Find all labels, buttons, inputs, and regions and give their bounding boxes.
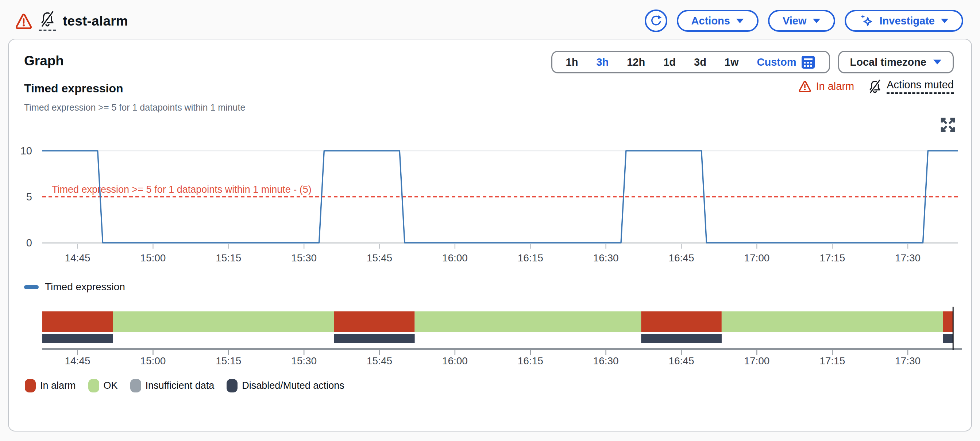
alarm-threshold-label: Timed expression >= 5 for 1 datapoints w…: [52, 184, 312, 195]
page-title: test-alarm: [63, 13, 128, 29]
x-tick-label: 17:30: [895, 355, 921, 366]
chevron-down-icon: [933, 59, 942, 65]
y-tick-label: 10: [21, 145, 32, 157]
chevron-down-icon: [940, 18, 949, 24]
x-tick-label: 15:15: [216, 252, 241, 264]
view-button-label: View: [783, 15, 807, 27]
state-legend-item: In alarm: [25, 379, 76, 392]
time-range-1d[interactable]: 1d: [654, 56, 685, 68]
actions-muted-bell-icon[interactable]: [39, 11, 56, 31]
x-tick-label: 17:00: [744, 355, 770, 366]
investigate-button[interactable]: Investigate: [845, 10, 964, 32]
alarm-state-badges: In alarm Actions muted: [799, 79, 954, 94]
x-tick-label: 16:00: [442, 252, 468, 264]
y-tick-label: 0: [26, 237, 32, 248]
in-alarm-badge: In alarm: [799, 80, 854, 92]
x-tick-label: 17:30: [895, 252, 921, 264]
actions-muted-badge-label: Actions muted: [886, 79, 954, 94]
x-tick-label: 16:45: [668, 252, 694, 264]
x-tick-label: 16:00: [442, 355, 468, 366]
panel-title: Graph: [24, 53, 64, 68]
state-legend-swatch: [88, 379, 99, 392]
graph-panel: Graph 1h3h12h1d3d1wCustom Local timezone…: [8, 39, 972, 431]
x-tick-label: 17:15: [819, 355, 845, 366]
sparkle-icon: [859, 13, 874, 28]
page-header: test-alarm Actions View: [0, 0, 980, 39]
metric-title: Timed expression: [24, 82, 123, 95]
state-segment[interactable]: [113, 311, 334, 332]
series-legend-marker: [24, 285, 39, 289]
state-segment[interactable]: [334, 311, 415, 332]
x-tick-label: 15:30: [291, 355, 317, 366]
time-range-bar: 1h3h12h1d3d1wCustom Local timezone: [551, 51, 954, 73]
muted-actions-segment: [334, 334, 415, 343]
x-tick-label: 15:00: [140, 355, 165, 366]
x-tick-label: 16:30: [593, 355, 619, 366]
x-tick-label: 17:15: [819, 252, 845, 264]
metric-subtitle: Timed expression >= 5 for 1 datapoints w…: [24, 102, 245, 113]
x-tick-label: 15:45: [367, 252, 392, 264]
time-range-3h[interactable]: 3h: [587, 56, 618, 68]
time-range-custom[interactable]: Custom: [748, 55, 824, 69]
time-range-3d[interactable]: 3d: [685, 56, 716, 68]
actions-button[interactable]: Actions: [677, 10, 759, 32]
state-legend-swatch: [227, 379, 237, 392]
expand-chart-icon[interactable]: [940, 117, 956, 133]
state-legend-label: Disabled/Muted actions: [242, 380, 344, 392]
state-legend-item: Insufficient data: [130, 379, 215, 392]
alarm-warning-icon: [15, 13, 32, 29]
state-legend-item: Disabled/Muted actions: [227, 379, 344, 392]
x-tick-label: 14:45: [65, 252, 90, 264]
time-range-1h[interactable]: 1h: [557, 56, 587, 68]
x-tick-label: 15:30: [291, 252, 317, 264]
muted-actions-segment: [42, 334, 113, 343]
header-actions: Actions View Investigate: [645, 10, 963, 32]
in-alarm-badge-label: In alarm: [816, 80, 854, 92]
timeline-axis: [42, 348, 962, 350]
view-button[interactable]: View: [768, 10, 835, 32]
actions-muted-bell-icon: [868, 80, 882, 94]
muted-actions-segment: [943, 334, 953, 343]
actions-button-label: Actions: [691, 15, 730, 27]
time-range-1w[interactable]: 1w: [716, 56, 748, 68]
time-range-12h[interactable]: 12h: [618, 56, 654, 68]
state-segment[interactable]: [722, 311, 943, 332]
alarm-warning-icon: [799, 81, 811, 92]
series-legend-label: Timed expression: [45, 281, 125, 293]
state-legend-label: Insufficient data: [146, 380, 215, 392]
x-tick-label: 15:15: [216, 355, 241, 366]
chevron-down-icon: [736, 18, 744, 24]
series-legend[interactable]: Timed expression: [24, 281, 125, 293]
state-segment[interactable]: [415, 311, 641, 332]
refresh-button[interactable]: [645, 10, 667, 32]
timezone-label: Local timezone: [850, 56, 927, 68]
state-legend-item: OK: [88, 379, 118, 392]
x-tick-label: 14:45: [65, 355, 90, 366]
state-legend-label: OK: [103, 380, 118, 392]
calendar-icon: [801, 55, 815, 69]
state-segment[interactable]: [641, 311, 722, 332]
chevron-down-icon: [813, 18, 821, 24]
state-segment[interactable]: [42, 311, 113, 332]
x-tick-label: 16:45: [668, 355, 694, 366]
metric-line-chart[interactable]: 14:4515:0015:1515:3015:4516:0016:1516:30…: [9, 134, 973, 277]
timezone-dropdown[interactable]: Local timezone: [838, 51, 954, 73]
y-tick-label: 5: [26, 191, 32, 202]
x-tick-label: 15:45: [367, 355, 392, 366]
investigate-button-label: Investigate: [880, 15, 935, 27]
state-legend-swatch: [25, 379, 36, 392]
state-segment[interactable]: [943, 311, 953, 332]
actions-muted-badge[interactable]: Actions muted: [868, 79, 954, 94]
x-tick-label: 17:00: [744, 252, 770, 264]
state-legend-swatch: [130, 379, 141, 392]
alarm-state-timeline[interactable]: 14:4515:0015:1515:3015:4516:0016:1516:30…: [9, 306, 973, 376]
x-tick-label: 16:15: [518, 252, 543, 264]
time-range-selector: 1h3h12h1d3d1wCustom: [551, 51, 830, 73]
state-legend: In alarmOKInsufficient dataDisabled/Mute…: [25, 379, 344, 392]
x-tick-label: 16:15: [518, 355, 543, 366]
state-legend-label: In alarm: [40, 380, 76, 392]
alarm-title-group: test-alarm: [15, 11, 128, 31]
x-tick-label: 15:00: [140, 252, 165, 264]
refresh-icon: [649, 14, 663, 27]
x-tick-label: 16:30: [593, 252, 619, 264]
